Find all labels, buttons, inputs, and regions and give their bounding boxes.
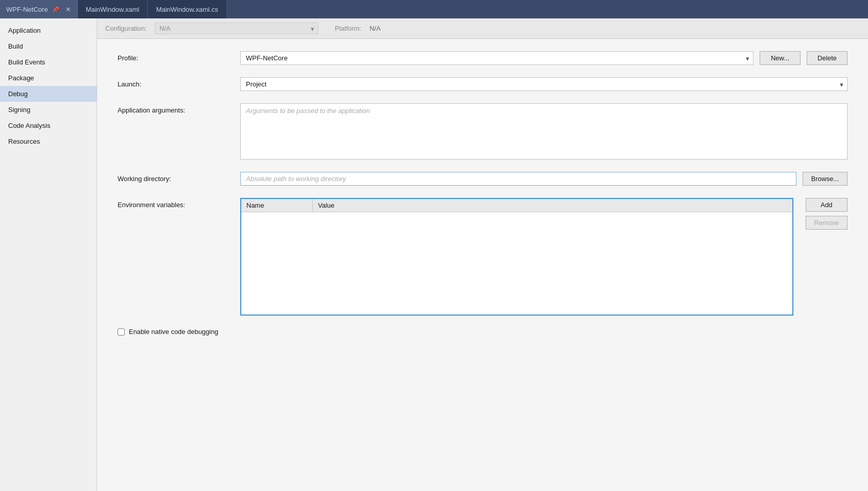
content-area: Configuration: N/A Platform: N/A Profile… — [97, 18, 868, 491]
configuration-label: Configuration: — [105, 25, 147, 32]
remove-button[interactable]: Remove — [806, 216, 848, 230]
configuration-select-wrapper: N/A — [155, 23, 318, 34]
profile-select-wrapper: WPF-NetCore — [240, 51, 753, 65]
platform-label: Platform: — [335, 25, 361, 32]
working-dir-label: Working directory: — [118, 172, 240, 183]
close-icon[interactable]: ✕ — [65, 6, 71, 13]
profile-select[interactable]: WPF-NetCore — [240, 51, 753, 65]
launch-control-area: Project — [240, 77, 848, 91]
env-table-body[interactable] — [241, 212, 792, 315]
sidebar-item-resources[interactable]: Resources — [0, 133, 97, 149]
launch-label: Launch: — [118, 77, 240, 88]
platform-value: N/A — [370, 25, 860, 32]
launch-select[interactable]: Project — [240, 77, 848, 91]
app-args-control-area — [240, 103, 848, 160]
working-dir-input[interactable] — [240, 172, 796, 186]
profile-control-area: WPF-NetCore New... Delete — [240, 51, 848, 65]
native-debug-label: Enable native code debugging — [129, 328, 218, 336]
sidebar-item-signing[interactable]: Signing — [0, 102, 97, 118]
sidebar-item-application[interactable]: Application — [0, 23, 97, 38]
profile-label: Profile: — [118, 51, 240, 62]
configuration-select[interactable]: N/A — [155, 23, 318, 34]
env-vars-row: Environment variables: Name Value Add Re… — [118, 198, 848, 316]
tab-mainwindow-xaml[interactable]: MainWindow.xaml — [78, 0, 148, 18]
project-tab[interactable]: WPF-NetCore 📌 ✕ — [0, 0, 78, 18]
sidebar-item-package[interactable]: Package — [0, 70, 97, 86]
working-dir-row: Working directory: Browse... — [118, 172, 848, 186]
sidebar-item-debug[interactable]: Debug — [0, 86, 97, 102]
sidebar: Application Build Build Events Package D… — [0, 18, 97, 491]
project-tab-label: WPF-NetCore — [6, 6, 48, 13]
sidebar-item-build-events[interactable]: Build Events — [0, 54, 97, 70]
pin-icon: 📌 — [52, 6, 59, 13]
working-dir-control-area: Browse... — [240, 172, 848, 186]
delete-button[interactable]: Delete — [807, 51, 848, 65]
env-table-header: Name Value — [241, 199, 792, 212]
env-buttons: Add Remove — [806, 198, 848, 230]
app-args-textarea[interactable] — [240, 103, 848, 160]
native-debug-row: Enable native code debugging — [118, 328, 848, 336]
main-layout: Application Build Build Events Package D… — [0, 18, 868, 491]
env-vars-label: Environment variables: — [118, 198, 240, 209]
env-value-header: Value — [313, 199, 792, 212]
profile-row: Profile: WPF-NetCore New... Delete — [118, 51, 848, 65]
tab-bar: WPF-NetCore 📌 ✕ MainWindow.xaml MainWind… — [0, 0, 868, 18]
app-args-label: Application arguments: — [118, 103, 240, 114]
launch-row: Launch: Project — [118, 77, 848, 91]
tab-mainwindow-xaml-cs[interactable]: MainWindow.xaml.cs — [148, 0, 226, 18]
native-debug-checkbox[interactable] — [118, 328, 125, 336]
new-button[interactable]: New... — [760, 51, 801, 65]
sidebar-item-build[interactable]: Build — [0, 38, 97, 54]
browse-button[interactable]: Browse... — [803, 172, 848, 186]
form-content: Profile: WPF-NetCore New... Delete Launc… — [97, 39, 868, 491]
config-bar: Configuration: N/A Platform: N/A — [97, 18, 868, 39]
sidebar-item-code-analysis[interactable]: Code Analysis — [0, 118, 97, 133]
env-table: Name Value — [240, 198, 793, 316]
add-button[interactable]: Add — [806, 198, 848, 212]
launch-select-wrapper: Project — [240, 77, 848, 91]
env-name-header: Name — [241, 199, 313, 212]
app-args-row: Application arguments: — [118, 103, 848, 160]
env-vars-control-area: Name Value Add Remove — [240, 198, 848, 316]
